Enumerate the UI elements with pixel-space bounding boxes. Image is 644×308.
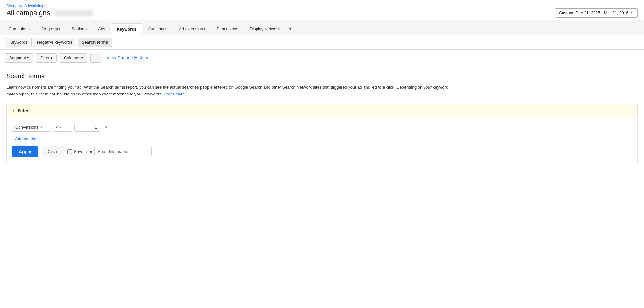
tab-keywords[interactable]: Keywords — [111, 23, 142, 35]
segment-button[interactable]: Segment ▾ — [5, 53, 33, 63]
tab-audiences[interactable]: Audiences — [143, 23, 173, 34]
tab-campaigns[interactable]: Campaigns — [3, 23, 35, 34]
filter-actions: Apply Clear Save filter — [12, 146, 632, 157]
columns-label: Columns — [64, 56, 80, 60]
date-range-button[interactable]: Custom: Dec 21, 2015 - Mar 21, 2016 ▼ — [555, 8, 638, 18]
more-tabs-button[interactable]: ▾ — [286, 22, 295, 35]
filter-collapse-icon[interactable]: ▼ — [12, 109, 15, 112]
apply-button[interactable]: Apply — [12, 146, 38, 157]
save-filter-row: Save filter — [67, 147, 152, 156]
filter-arrow-icon: ▾ — [51, 56, 52, 60]
page-title-row: All campaigns: Custom: Dec 21, 2015 - Ma… — [6, 8, 638, 18]
main-tabs: Campaigns Ad groups Settings Ads Keyword… — [0, 20, 644, 35]
date-range-label: Custom: Dec 21, 2015 - Mar 21, 2016 — [559, 11, 629, 15]
section-title: Search terms — [6, 72, 638, 80]
download-icon: ↓ — [95, 55, 97, 60]
page-title: All campaigns: — [6, 9, 93, 17]
tab-ad-groups[interactable]: Ad groups — [36, 23, 65, 34]
save-filter-label[interactable]: Save filter — [74, 149, 92, 154]
filter-name-input[interactable] — [94, 147, 152, 156]
filter-label: Filter — [40, 56, 50, 60]
tab-dimensions[interactable]: Dimensions — [211, 23, 244, 34]
download-button[interactable]: ↓ — [90, 53, 101, 63]
description: Learn how customers are finding your ad.… — [6, 84, 454, 98]
filter-remove-button[interactable]: × — [103, 124, 109, 131]
filter-value-input[interactable] — [74, 123, 100, 132]
filter-field-arrow-icon: ▾ — [40, 125, 42, 129]
filter-body: Conversions ▾ < ▾ × + Add another Apply … — [7, 117, 637, 162]
subtab-keywords[interactable]: Keywords — [5, 38, 32, 47]
tab-settings[interactable]: Settings — [66, 23, 92, 34]
tab-ad-extensions[interactable]: Ad extensions — [173, 23, 211, 34]
tab-display-network[interactable]: Display Network — [244, 23, 285, 34]
filter-field-dropdown[interactable]: Conversions ▾ — [12, 123, 50, 132]
header: Disruptive Advertising › All campaigns: … — [0, 0, 644, 20]
filter-operator-dropdown[interactable]: < ▾ — [53, 123, 72, 132]
filter-row: Conversions ▾ < ▾ × — [12, 123, 632, 132]
filter-operator-label: < — [56, 125, 58, 130]
toolbar: Segment ▾ Filter ▾ Columns ▾ ↓ View Chan… — [0, 50, 644, 66]
chevron-down-icon: ▼ — [630, 11, 633, 15]
breadcrumb-link[interactable]: Disruptive Advertising — [6, 4, 43, 8]
filter-header-label: Filter — [18, 108, 28, 113]
tab-ads[interactable]: Ads — [93, 23, 111, 34]
sub-tabs: Keywords Negative keywords Search terms — [0, 35, 644, 50]
subtab-search-terms[interactable]: Search terms — [78, 38, 112, 47]
segment-label: Segment — [9, 56, 26, 60]
page-title-blur — [55, 10, 93, 16]
breadcrumb-arrow: › — [44, 4, 46, 8]
filter-button[interactable]: Filter ▾ — [36, 53, 57, 63]
learn-more-link[interactable]: Learn more — [164, 92, 185, 96]
filter-field-label: Conversions — [15, 125, 38, 130]
content: Search terms Learn how customers are fin… — [0, 66, 644, 169]
subtab-negative-keywords[interactable]: Negative keywords — [33, 38, 76, 47]
columns-button[interactable]: Columns ▾ — [60, 53, 87, 63]
clear-button[interactable]: Clear — [42, 146, 64, 157]
segment-arrow-icon: ▾ — [27, 56, 29, 60]
filter-panel-header: ▼ Filter — [7, 104, 637, 117]
view-change-history-link[interactable]: View Change History — [106, 55, 148, 60]
filter-panel: ▼ Filter Conversions ▾ < ▾ × + Add anoth… — [6, 104, 638, 162]
columns-arrow-icon: ▾ — [81, 56, 83, 60]
breadcrumb: Disruptive Advertising › — [6, 4, 638, 8]
add-filter-link[interactable]: + Add another — [12, 136, 38, 141]
save-filter-checkbox[interactable] — [67, 149, 72, 154]
filter-operator-arrow-icon: ▾ — [59, 125, 61, 129]
